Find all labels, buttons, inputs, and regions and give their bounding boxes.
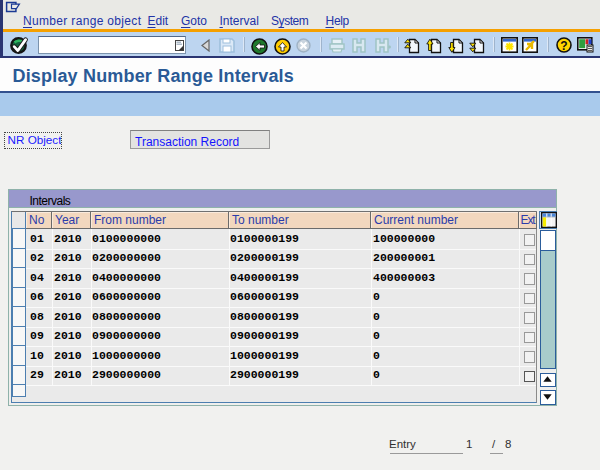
svg-text:?: ?	[560, 38, 567, 52]
